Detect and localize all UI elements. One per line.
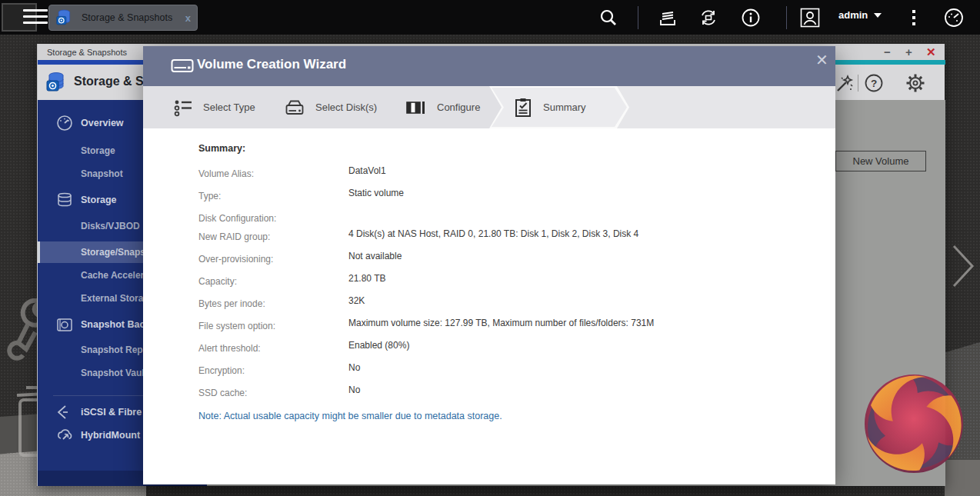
qnap-swirl-logo <box>852 352 975 495</box>
camera-icon <box>56 316 73 333</box>
topbar-divider <box>638 6 638 29</box>
kebab-menu-icon[interactable] <box>904 8 924 28</box>
main-menu-icon[interactable] <box>23 9 48 26</box>
summary-row: Volume Alias: DataVol1 <box>143 168 835 185</box>
app-tab-storage-snapshots[interactable]: Storage & Snapshots x <box>48 5 198 31</box>
step-configure[interactable]: Configure <box>406 86 480 128</box>
iscsi-icon <box>56 404 73 421</box>
database-icon <box>56 191 73 208</box>
dashboard-gauge-icon[interactable] <box>944 8 964 28</box>
maximize-button[interactable]: + <box>905 45 912 59</box>
storage-app-icon <box>55 8 75 27</box>
wizard-steps-bar: Select Type Select Disk(s) Configure <box>143 86 835 128</box>
help-icon[interactable]: ? <box>864 73 884 93</box>
gauge-icon <box>56 115 73 131</box>
cloud-icon <box>56 427 73 444</box>
tab-label: Storage & Snapshots <box>82 12 172 23</box>
new-volume-button[interactable]: New Volume <box>835 151 926 171</box>
tab-close-icon[interactable]: x <box>185 12 191 24</box>
summary-row: Disk Configuration: <box>143 213 835 230</box>
step-select-disks[interactable]: Select Disk(s) <box>285 86 377 128</box>
dialog-title: Volume Creation Wizard <box>197 57 346 72</box>
admin-name: admin <box>838 9 868 21</box>
dialog-body: Summary: Volume Alias: DataVol1 Type: St… <box>143 128 835 484</box>
summary-row: File system option: Maximum volume size:… <box>143 321 835 338</box>
search-icon[interactable] <box>598 8 618 28</box>
admin-menu[interactable]: admin <box>838 9 882 21</box>
summary-row: Capacity: 21.80 TB <box>143 276 835 293</box>
summary-heading: Summary: <box>198 143 245 154</box>
svg-text:?: ? <box>871 78 877 89</box>
user-icon[interactable] <box>800 8 820 28</box>
minimize-button[interactable]: − <box>884 45 891 59</box>
topbar: Storage & Snapshots x admin <box>0 0 980 35</box>
clipboard-check-icon <box>514 98 532 118</box>
list-icon <box>174 98 192 117</box>
background-tasks-icon[interactable] <box>658 8 678 28</box>
summary-row: Bytes per inode: 32K <box>143 298 835 315</box>
summary-row: SSD cache: No <box>143 388 835 404</box>
sync-devices-icon[interactable] <box>698 8 718 28</box>
summary-row: Type: Static volume <box>143 191 835 208</box>
gear-icon[interactable] <box>905 73 925 93</box>
magic-wand-icon[interactable] <box>835 73 855 93</box>
topbar-divider <box>786 6 787 29</box>
window-title: Storage & Snapshots <box>47 48 127 57</box>
summary-row: Alert threshold: Enabled (80%) <box>143 343 835 360</box>
storage-app-icon <box>45 71 70 94</box>
volume-icon <box>171 56 194 76</box>
dialog-header: Volume Creation Wizard ✕ <box>143 46 835 86</box>
volume-creation-wizard-dialog: Volume Creation Wizard ✕ Select Type Sel… <box>143 46 835 484</box>
partition-icon <box>406 98 426 117</box>
info-icon[interactable] <box>741 8 761 28</box>
next-page-chevron-icon[interactable] <box>949 243 975 289</box>
step-select-type[interactable]: Select Type <box>174 86 255 128</box>
summary-row: New RAID group: 4 Disk(s) at NAS Host, R… <box>143 231 835 248</box>
summary-row: Over-provisioning: Not available <box>143 254 835 271</box>
window-close-button[interactable]: ✕ <box>926 45 936 59</box>
summary-row: Encryption: No <box>143 365 835 382</box>
chevron-down-icon <box>874 13 882 18</box>
capacity-note: Note: Actual usable capacity might be sm… <box>198 411 502 421</box>
disk-icon <box>285 98 305 117</box>
header-divider <box>858 75 858 92</box>
dialog-close-icon[interactable]: ✕ <box>815 51 828 69</box>
step-summary[interactable]: Summary <box>514 86 586 128</box>
